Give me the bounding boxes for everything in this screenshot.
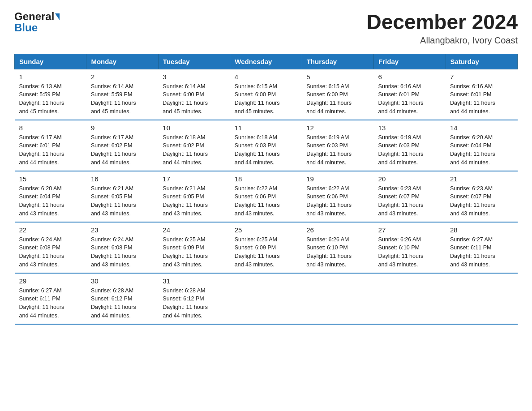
calendar-cell: 23 Sunrise: 6:24 AM Sunset: 6:08 PM Dayl…	[86, 222, 158, 273]
day-info: Sunrise: 6:21 AM Sunset: 6:05 PM Dayligh…	[91, 184, 154, 218]
day-info: Sunrise: 6:17 AM Sunset: 6:01 PM Dayligh…	[19, 133, 82, 167]
calendar-cell: 3 Sunrise: 6:14 AM Sunset: 6:00 PM Dayli…	[158, 69, 230, 120]
day-number: 16	[91, 175, 154, 183]
day-number: 5	[306, 73, 369, 81]
day-number: 26	[306, 226, 369, 234]
day-number: 29	[19, 277, 82, 285]
calendar-cell: 26 Sunrise: 6:26 AM Sunset: 6:10 PM Dayl…	[302, 222, 373, 273]
day-info: Sunrise: 6:14 AM Sunset: 5:59 PM Dayligh…	[91, 82, 154, 116]
day-number: 7	[450, 73, 513, 81]
calendar-cell: 22 Sunrise: 6:24 AM Sunset: 6:08 PM Dayl…	[15, 222, 86, 273]
day-number: 18	[235, 175, 297, 183]
day-number: 19	[306, 175, 369, 183]
calendar-cell: 24 Sunrise: 6:25 AM Sunset: 6:09 PM Dayl…	[158, 222, 230, 273]
calendar-cell: 31 Sunrise: 6:28 AM Sunset: 6:12 PM Dayl…	[158, 273, 230, 324]
calendar-cell: 11 Sunrise: 6:18 AM Sunset: 6:03 PM Dayl…	[230, 120, 302, 171]
calendar-cell: 13 Sunrise: 6:19 AM Sunset: 6:03 PM Dayl…	[374, 120, 446, 171]
calendar-cell: 7 Sunrise: 6:16 AM Sunset: 6:01 PM Dayli…	[446, 69, 517, 120]
day-info: Sunrise: 6:18 AM Sunset: 6:03 PM Dayligh…	[235, 133, 297, 167]
day-info: Sunrise: 6:26 AM Sunset: 6:10 PM Dayligh…	[378, 235, 441, 269]
day-info: Sunrise: 6:21 AM Sunset: 6:05 PM Dayligh…	[163, 184, 225, 218]
day-number: 14	[450, 124, 513, 132]
calendar-cell: 25 Sunrise: 6:25 AM Sunset: 6:09 PM Dayl…	[230, 222, 302, 273]
day-number: 24	[163, 226, 225, 234]
calendar-cell: 4 Sunrise: 6:15 AM Sunset: 6:00 PM Dayli…	[230, 69, 302, 120]
calendar-cell: 6 Sunrise: 6:16 AM Sunset: 6:01 PM Dayli…	[374, 69, 446, 120]
day-info: Sunrise: 6:15 AM Sunset: 6:00 PM Dayligh…	[235, 82, 297, 116]
calendar-cell: 19 Sunrise: 6:22 AM Sunset: 6:06 PM Dayl…	[302, 171, 373, 222]
calendar-cell	[446, 273, 517, 324]
calendar-week-5: 29 Sunrise: 6:27 AM Sunset: 6:11 PM Dayl…	[15, 273, 518, 324]
day-number: 8	[19, 124, 82, 132]
calendar-cell: 1 Sunrise: 6:13 AM Sunset: 5:59 PM Dayli…	[15, 69, 86, 120]
col-monday: Monday	[86, 54, 158, 69]
day-number: 10	[163, 124, 225, 132]
calendar-week-3: 15 Sunrise: 6:20 AM Sunset: 6:04 PM Dayl…	[15, 171, 518, 222]
logo-general: General	[14, 11, 54, 22]
calendar-cell: 17 Sunrise: 6:21 AM Sunset: 6:05 PM Dayl…	[158, 171, 230, 222]
calendar-cell: 28 Sunrise: 6:27 AM Sunset: 6:11 PM Dayl…	[446, 222, 517, 273]
day-info: Sunrise: 6:24 AM Sunset: 6:08 PM Dayligh…	[19, 235, 82, 269]
calendar-cell: 20 Sunrise: 6:23 AM Sunset: 6:07 PM Dayl…	[374, 171, 446, 222]
day-info: Sunrise: 6:24 AM Sunset: 6:08 PM Dayligh…	[91, 235, 154, 269]
calendar-week-2: 8 Sunrise: 6:17 AM Sunset: 6:01 PM Dayli…	[15, 120, 518, 171]
day-number: 13	[378, 124, 441, 132]
day-number: 28	[450, 226, 513, 234]
day-number: 4	[235, 73, 297, 81]
day-number: 21	[450, 175, 513, 183]
day-info: Sunrise: 6:25 AM Sunset: 6:09 PM Dayligh…	[235, 235, 297, 269]
col-saturday: Saturday	[446, 54, 517, 69]
calendar-cell: 9 Sunrise: 6:17 AM Sunset: 6:02 PM Dayli…	[86, 120, 158, 171]
calendar-cell: 12 Sunrise: 6:19 AM Sunset: 6:03 PM Dayl…	[302, 120, 373, 171]
calendar-cell: 8 Sunrise: 6:17 AM Sunset: 6:01 PM Dayli…	[15, 120, 86, 171]
day-info: Sunrise: 6:23 AM Sunset: 6:07 PM Dayligh…	[378, 184, 441, 218]
calendar-table: Sunday Monday Tuesday Wednesday Thursday…	[14, 54, 518, 325]
col-thursday: Thursday	[302, 54, 373, 69]
day-info: Sunrise: 6:26 AM Sunset: 6:10 PM Dayligh…	[306, 235, 369, 269]
day-info: Sunrise: 6:27 AM Sunset: 6:11 PM Dayligh…	[450, 235, 513, 269]
calendar-week-4: 22 Sunrise: 6:24 AM Sunset: 6:08 PM Dayl…	[15, 222, 518, 273]
day-info: Sunrise: 6:20 AM Sunset: 6:04 PM Dayligh…	[450, 133, 513, 167]
col-wednesday: Wednesday	[230, 54, 302, 69]
calendar-cell: 2 Sunrise: 6:14 AM Sunset: 5:59 PM Dayli…	[86, 69, 158, 120]
day-info: Sunrise: 6:22 AM Sunset: 6:06 PM Dayligh…	[235, 184, 297, 218]
calendar-cell: 18 Sunrise: 6:22 AM Sunset: 6:06 PM Dayl…	[230, 171, 302, 222]
day-number: 3	[163, 73, 225, 81]
calendar-cell: 21 Sunrise: 6:23 AM Sunset: 6:07 PM Dayl…	[446, 171, 517, 222]
logo: General Blue	[14, 11, 60, 34]
day-number: 1	[19, 73, 82, 81]
day-info: Sunrise: 6:25 AM Sunset: 6:09 PM Dayligh…	[163, 235, 225, 269]
day-info: Sunrise: 6:17 AM Sunset: 6:02 PM Dayligh…	[91, 133, 154, 167]
day-number: 20	[378, 175, 441, 183]
day-number: 6	[378, 73, 441, 81]
calendar-cell: 16 Sunrise: 6:21 AM Sunset: 6:05 PM Dayl…	[86, 171, 158, 222]
day-info: Sunrise: 6:13 AM Sunset: 5:59 PM Dayligh…	[19, 82, 82, 116]
day-info: Sunrise: 6:22 AM Sunset: 6:06 PM Dayligh…	[306, 184, 369, 218]
day-number: 12	[306, 124, 369, 132]
day-number: 15	[19, 175, 82, 183]
page-header: General Blue December 2024 Allangbakro, …	[14, 11, 518, 46]
day-info: Sunrise: 6:19 AM Sunset: 6:03 PM Dayligh…	[306, 133, 369, 167]
col-friday: Friday	[374, 54, 446, 69]
title-block: December 2024 Allangbakro, Ivory Coast	[366, 11, 518, 46]
day-info: Sunrise: 6:16 AM Sunset: 6:01 PM Dayligh…	[378, 82, 441, 116]
calendar-cell	[374, 273, 446, 324]
col-tuesday: Tuesday	[158, 54, 230, 69]
day-info: Sunrise: 6:23 AM Sunset: 6:07 PM Dayligh…	[450, 184, 513, 218]
day-info: Sunrise: 6:28 AM Sunset: 6:12 PM Dayligh…	[91, 287, 154, 320]
day-info: Sunrise: 6:19 AM Sunset: 6:03 PM Dayligh…	[378, 133, 441, 167]
day-number: 25	[235, 226, 297, 234]
day-info: Sunrise: 6:28 AM Sunset: 6:12 PM Dayligh…	[163, 287, 225, 320]
calendar-cell: 27 Sunrise: 6:26 AM Sunset: 6:10 PM Dayl…	[374, 222, 446, 273]
day-info: Sunrise: 6:14 AM Sunset: 6:00 PM Dayligh…	[163, 82, 225, 116]
day-number: 30	[91, 277, 154, 285]
calendar-week-1: 1 Sunrise: 6:13 AM Sunset: 5:59 PM Dayli…	[15, 69, 518, 120]
day-number: 27	[378, 226, 441, 234]
day-info: Sunrise: 6:15 AM Sunset: 6:00 PM Dayligh…	[306, 82, 369, 116]
col-sunday: Sunday	[15, 54, 86, 69]
calendar-header-row: Sunday Monday Tuesday Wednesday Thursday…	[15, 54, 518, 69]
day-number: 17	[163, 175, 225, 183]
day-info: Sunrise: 6:18 AM Sunset: 6:02 PM Dayligh…	[163, 133, 225, 167]
day-number: 9	[91, 124, 154, 132]
location-subtitle: Allangbakro, Ivory Coast	[366, 35, 518, 46]
